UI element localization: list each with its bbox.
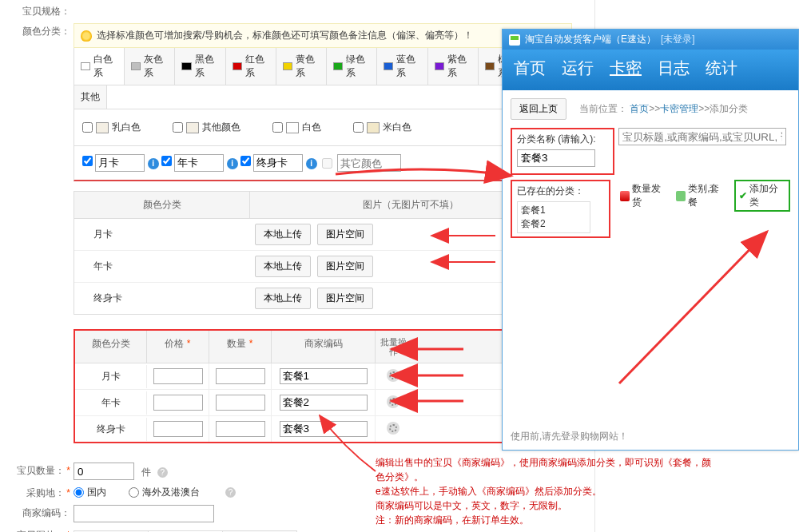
pr-code-input[interactable] xyxy=(280,395,368,411)
color-tab[interactable]: 蓝色系 xyxy=(377,48,427,85)
tool-add[interactable]: ✔添加分类 xyxy=(734,180,790,212)
origin-domestic[interactable]: 国内 xyxy=(74,486,106,499)
ph-qty: 数量 * xyxy=(209,331,272,363)
red-note: 编辑出售中的宝贝《商家编码》，使用商家编码添加分类，即可识别《套餐，颜色分类》。… xyxy=(376,455,711,527)
ph-code: 商家编码 xyxy=(272,331,376,363)
color-check[interactable]: 米白色 xyxy=(353,121,411,134)
other-color-chk[interactable] xyxy=(322,158,332,169)
swatch-icon xyxy=(384,62,393,70)
check-row: 乳白色其他颜色白色米白色 xyxy=(74,109,572,146)
color-tab[interactable]: 绿色系 xyxy=(327,48,377,85)
info-icon: i xyxy=(306,158,317,169)
qty-input[interactable] xyxy=(74,463,134,480)
color-tab[interactable]: 白色系 xyxy=(74,48,125,85)
color-tab-other[interactable]: 其他 xyxy=(74,85,107,109)
tool-qty[interactable]: 数量发货 xyxy=(620,182,668,209)
variant-input[interactable] xyxy=(174,154,224,172)
price-table: 颜色分类 价格 * 数量 * 商家编码 批量操作 月卡年卡终身卡 xyxy=(74,329,572,443)
pr-price-input[interactable] xyxy=(153,421,203,437)
ph-color: 颜色分类 xyxy=(75,331,147,363)
imghdr-color: 颜色分类 xyxy=(74,192,250,218)
nav-3[interactable]: 日志 xyxy=(658,58,690,79)
nav-1[interactable]: 运行 xyxy=(562,58,594,79)
bulb-icon xyxy=(81,30,92,42)
qty-unit: 件 xyxy=(141,466,151,478)
cat-name-input[interactable] xyxy=(517,149,595,167)
variant-input[interactable] xyxy=(253,154,303,172)
swatch-icon xyxy=(333,62,343,70)
qty-label: 宝贝数量：* xyxy=(0,463,74,480)
pr-qty-input[interactable] xyxy=(216,395,265,411)
btn-img-space[interactable]: 图片空间 xyxy=(317,224,373,245)
tool-kind[interactable]: 类别,套餐 xyxy=(676,182,727,209)
cat-hint-input[interactable] xyxy=(618,128,786,145)
imgrow-name: 月卡 xyxy=(74,221,250,248)
origin-overseas[interactable]: 海外及港澳台 xyxy=(129,486,200,499)
other-color-input[interactable] xyxy=(337,154,401,172)
tip-text: 选择标准颜色可增加搜索/导购机会，标准颜色还可填写颜色备注信息（偏深、偏亮等）！ xyxy=(97,29,473,42)
spec-label: 宝贝规格： xyxy=(0,3,74,18)
nav-4[interactable]: 统计 xyxy=(706,58,737,79)
swatch-icon xyxy=(283,62,292,70)
swatch-icon xyxy=(131,62,141,70)
color-tab[interactable]: 黄色系 xyxy=(276,48,327,85)
help-icon[interactable]: ? xyxy=(225,487,236,498)
pr-code-input[interactable] xyxy=(280,421,368,437)
pr-color: 年卡 xyxy=(75,391,147,415)
gear-icon[interactable] xyxy=(387,369,400,382)
variant-chk[interactable] xyxy=(161,156,172,166)
color-cat-label: 颜色分类： xyxy=(0,23,74,458)
imgrow-name: 终身卡 xyxy=(74,285,250,312)
tip-bar: 选择标准颜色可增加搜索/导购机会，标准颜色还可填写颜色备注信息（偏深、偏亮等）！ xyxy=(74,23,572,48)
color-tab[interactable]: 灰色系 xyxy=(125,48,175,85)
variant-row: i i i xyxy=(74,146,572,181)
app-window: 淘宝自动发货客户端（E速达） [未登录] 首页运行卡密日志统计 返回上页 当前位… xyxy=(502,29,799,451)
pr-color: 终身卡 xyxy=(75,418,147,441)
back-button[interactable]: 返回上页 xyxy=(511,98,566,120)
swatch-icon xyxy=(233,62,242,70)
gear-icon[interactable] xyxy=(387,422,400,435)
imgrow-name: 年卡 xyxy=(74,253,250,280)
origin-label: 采购地：* xyxy=(0,485,74,500)
color-tab[interactable]: 紫色系 xyxy=(428,48,479,85)
color-tab[interactable]: 红色系 xyxy=(226,48,276,85)
color-tab[interactable]: 黑色系 xyxy=(175,48,225,85)
pr-code-input[interactable] xyxy=(280,368,368,384)
help-icon[interactable]: ? xyxy=(157,467,168,478)
breadcrumb: 当前位置： 首页>>卡密管理>>添加分类 xyxy=(579,102,748,116)
exist-label: 已存在的分类： xyxy=(517,185,604,198)
app-nav: 首页运行卡密日志统计 xyxy=(503,50,798,90)
color-check[interactable]: 乳白色 xyxy=(82,121,141,134)
pr-color: 月卡 xyxy=(75,365,147,388)
btn-local-upload[interactable]: 本地上传 xyxy=(255,288,311,309)
app-footer: 使用前,请先登录购物网站！ xyxy=(511,430,628,443)
info-icon: i xyxy=(227,158,238,169)
ph-price: 价格 * xyxy=(147,331,209,363)
variant-chk[interactable] xyxy=(82,156,93,166)
seller-code-input[interactable] xyxy=(74,505,214,522)
pr-price-input[interactable] xyxy=(153,395,203,411)
pr-qty-input[interactable] xyxy=(216,421,265,437)
nav-2[interactable]: 卡密 xyxy=(610,58,642,79)
app-titlebar: 淘宝自动发货客户端（E速达） [未登录] xyxy=(503,30,798,50)
pr-qty-input[interactable] xyxy=(216,368,265,384)
nav-0[interactable]: 首页 xyxy=(514,58,546,79)
qty-icon xyxy=(620,191,630,201)
swatch-icon xyxy=(435,62,444,70)
check-icon: ✔ xyxy=(739,190,747,201)
color-check[interactable]: 白色 xyxy=(272,121,321,134)
pr-price-input[interactable] xyxy=(153,368,203,384)
gear-icon[interactable] xyxy=(387,395,400,408)
variant-chk[interactable] xyxy=(240,156,251,166)
image-table: 颜色分类 图片（无图片可不填） 月卡本地上传图片空间年卡本地上传图片空间终身卡本… xyxy=(74,191,572,315)
swatch-icon xyxy=(81,62,90,70)
btn-local-upload[interactable]: 本地上传 xyxy=(255,256,311,277)
seller-code-label: 商家编码： xyxy=(0,505,74,522)
btn-img-space[interactable]: 图片空间 xyxy=(317,288,373,309)
btn-img-space[interactable]: 图片空间 xyxy=(317,256,373,277)
exist-list: 套餐1 套餐2 xyxy=(517,201,590,233)
color-check[interactable]: 其他颜色 xyxy=(173,121,240,134)
variant-input[interactable] xyxy=(95,154,145,172)
btn-local-upload[interactable]: 本地上传 xyxy=(255,224,311,245)
cat-name-label: 分类名称 (请输入): xyxy=(517,133,608,146)
